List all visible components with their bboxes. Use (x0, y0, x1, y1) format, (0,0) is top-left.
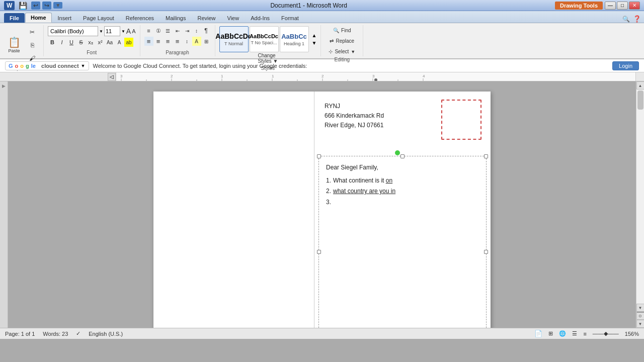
styles-down-arrow[interactable]: ▼ (312, 40, 317, 46)
handle-tm[interactable] (400, 154, 405, 158)
quick-save[interactable]: 💾 (17, 1, 29, 10)
clear-format-button[interactable]: Aa (105, 38, 114, 47)
scroll-up-button[interactable]: ▲ (636, 81, 645, 89)
text-color-button[interactable]: A (115, 38, 124, 47)
justify-button[interactable]: ≡ (173, 37, 182, 46)
spell-check-icon[interactable]: ✓ (76, 330, 80, 337)
list-text-1: What continent is it on (333, 175, 392, 187)
tab-add-ins[interactable]: Add-Ins (245, 13, 275, 23)
address-block: RYNJ 666 Kinderkamack Rd River Edge, NJ … (325, 102, 384, 131)
doc-view-toggle[interactable]: ◁ (108, 73, 116, 81)
tab-review[interactable]: Review (192, 13, 221, 23)
align-right-button[interactable]: ≡ (164, 37, 173, 46)
scroll-down-button[interactable]: ▼ (636, 304, 645, 312)
handle-tl[interactable] (317, 154, 321, 158)
select-browse-button[interactable]: ⊙ (636, 312, 645, 320)
svg-text:3: 3 (120, 74, 123, 78)
italic-button[interactable]: I (57, 38, 66, 47)
tab-view[interactable]: View (222, 13, 245, 23)
font-name-arrow[interactable]: ▼ (99, 29, 103, 34)
view-web[interactable]: 🌐 (559, 330, 566, 337)
style-normal[interactable]: AaBbCcDc T Normal (219, 26, 249, 52)
svg-text:3: 3 (372, 74, 375, 78)
scroll-thumb[interactable] (637, 90, 643, 110)
expand-toggle[interactable]: ▶ (2, 83, 6, 88)
borders-button[interactable]: ⊞ (202, 37, 211, 46)
ribbon-content: 📋 Paste ✂ ⎘ 🖌 Clipboard Calibri (Body) ▼… (0, 23, 644, 59)
tab-file[interactable]: File (4, 13, 25, 23)
find-button[interactable]: 🔍 Find (330, 26, 354, 35)
sort-button[interactable]: ↕ (192, 26, 201, 35)
maximize-button[interactable]: □ (617, 2, 628, 10)
help-icon[interactable]: ❓ (633, 15, 641, 23)
strikethrough-button[interactable]: S (76, 38, 86, 47)
underline-button[interactable]: U (67, 38, 76, 47)
decrease-font-button[interactable]: A (132, 28, 135, 34)
replace-button[interactable]: ⇄ Replace (326, 37, 358, 45)
view-draft[interactable]: ≡ (583, 331, 586, 337)
align-center-button[interactable]: ≡ (154, 37, 163, 46)
minimize-button[interactable]: — (605, 2, 616, 10)
multilevel-list-button[interactable]: ☰ (164, 26, 173, 35)
zoom-level[interactable]: 156% (625, 331, 639, 337)
tab-format[interactable]: Format (276, 13, 304, 23)
gcc-bar: Google cloud connect ▼ Welcome to Google… (0, 59, 644, 72)
zoom-slider[interactable]: ——◆—— (593, 330, 619, 337)
paste-button[interactable]: 📋 Paste (4, 32, 24, 58)
tab-mailings[interactable]: Mailings (160, 13, 191, 23)
styles-up-arrow[interactable]: ▲ (312, 33, 317, 38)
highlight-button[interactable]: ab (124, 38, 133, 47)
paragraph-group: ≡ ① ☰ ⇤ ⇥ ↕ ¶ ≡ ≡ ≡ ≡ ↕ A ⊞ Paragraph (140, 25, 215, 56)
customize-qat[interactable]: ▼ (53, 2, 62, 9)
handle-mr[interactable] (484, 250, 488, 254)
font-size-arrow[interactable]: ▼ (121, 29, 125, 34)
numbering-button[interactable]: ① (154, 26, 163, 35)
line-spacing-button[interactable]: ↕ (183, 37, 192, 46)
title-bar: W 💾 ↩ ↪ ▼ Document1 - Microsoft Word Dra… (0, 0, 644, 11)
text-content-box[interactable]: Dear Siegel Family, 1. What continent is… (318, 156, 487, 328)
view-outline[interactable]: ☰ (572, 330, 577, 337)
handle-tr[interactable] (484, 154, 488, 158)
view-print-layout[interactable]: 📄 (534, 330, 542, 337)
quick-redo[interactable]: ↪ (42, 2, 51, 10)
language[interactable]: English (U.S.) (89, 331, 123, 337)
cut-button[interactable]: ✂ (25, 26, 39, 38)
view-fullscreen[interactable]: ⊞ (548, 330, 553, 337)
selection-anchor-dot (395, 150, 400, 155)
paragraph-label: Paragraph (166, 49, 189, 55)
help-search[interactable]: 🔍 (622, 16, 630, 23)
align-left-button[interactable]: ≡ (144, 37, 153, 46)
show-marks-button[interactable]: ¶ (202, 26, 211, 35)
page-count: Page: 1 of 1 (5, 331, 35, 337)
ruler-center-marker (374, 78, 377, 81)
increase-font-button[interactable]: A (126, 27, 131, 35)
login-button[interactable]: Login (612, 61, 639, 70)
subscript-button[interactable]: x₂ (86, 38, 95, 47)
tab-home[interactable]: Home (25, 13, 52, 23)
decrease-indent-button[interactable]: ⇤ (173, 26, 182, 35)
handle-ml[interactable] (317, 250, 321, 254)
svg-text:2: 2 (171, 74, 173, 78)
select-icon: ⊹ (329, 49, 333, 54)
quick-undo[interactable]: ↩ (31, 2, 40, 10)
increase-indent-button[interactable]: ⇥ (183, 26, 192, 35)
tab-references[interactable]: References (120, 13, 159, 23)
font-size-input[interactable]: 11 (104, 26, 120, 36)
superscript-button[interactable]: x² (96, 38, 105, 47)
page-down-button[interactable]: ▼ (636, 320, 645, 328)
bullets-button[interactable]: ≡ (144, 26, 153, 35)
page-left-half (153, 92, 314, 328)
bold-button[interactable]: B (48, 38, 57, 47)
close-button[interactable]: ✕ (629, 2, 640, 10)
ribbon-tab-bar: File Home Insert Page Layout References … (0, 11, 644, 23)
tab-insert[interactable]: Insert (52, 13, 77, 23)
font-name-input[interactable]: Calibri (Body) (48, 26, 98, 36)
copy-button[interactable]: ⎘ (25, 39, 39, 51)
select-button[interactable]: ⊹ Select ▼ (325, 47, 359, 56)
list-num-3: 3. (326, 197, 331, 208)
tab-page-layout[interactable]: Page Layout (77, 13, 120, 23)
gcc-logo[interactable]: Google cloud connect ▼ (5, 61, 89, 70)
style-no-spacing[interactable]: AaBbCcDc T No Spaci... (250, 26, 279, 52)
shading-button[interactable]: A (192, 37, 201, 46)
style-heading1[interactable]: AaBbCc Heading 1 (280, 26, 309, 52)
